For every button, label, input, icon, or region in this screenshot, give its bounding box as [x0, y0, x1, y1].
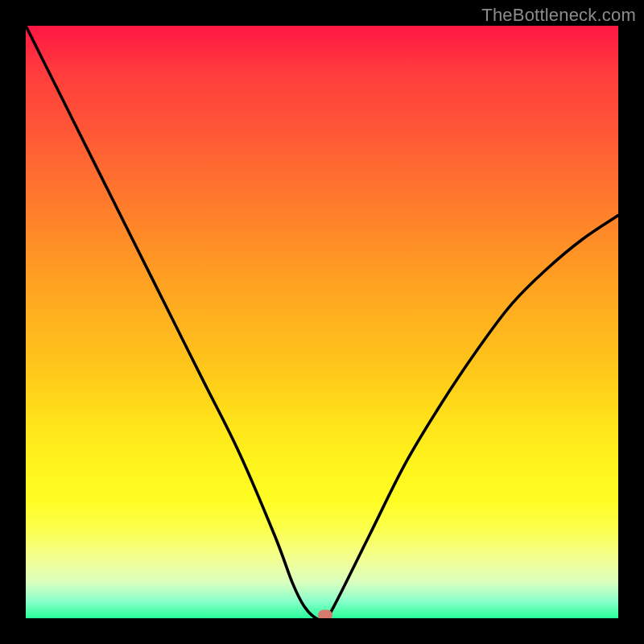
bottleneck-curve: [26, 26, 618, 618]
watermark-text: TheBottleneck.com: [481, 5, 636, 26]
plot-area: [26, 26, 618, 618]
chart-frame: TheBottleneck.com: [0, 0, 644, 644]
curve-svg: [26, 26, 618, 618]
minimum-marker: [318, 609, 332, 618]
